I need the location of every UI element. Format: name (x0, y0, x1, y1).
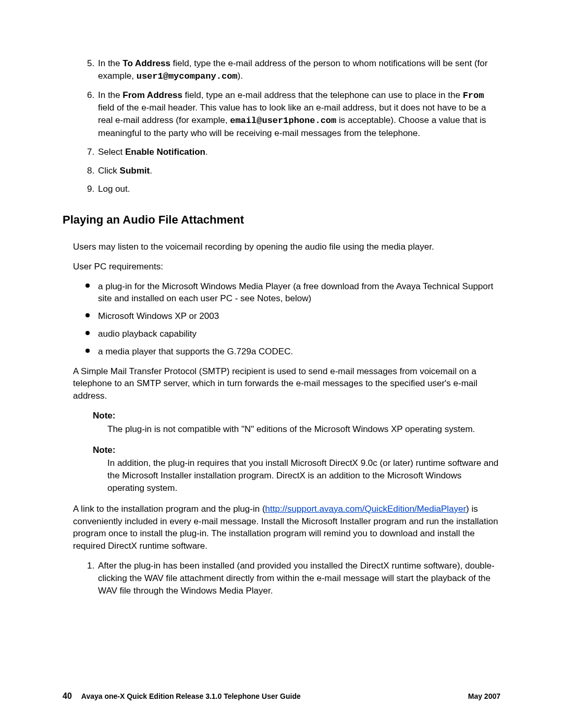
requirement-item: a media player that supports the G.729a … (83, 346, 500, 358)
requirement-item: Microsoft Windows XP or 2003 (83, 310, 500, 323)
step-item: In the From Address field, type an e-mai… (97, 89, 500, 140)
requirements-list: a plug-in for the Microsoft Windows Medi… (83, 280, 500, 358)
note-body: The plug-in is not compatible with "N" e… (107, 423, 500, 436)
page-footer: 40 Avaya one-X Quick Edition Release 3.1… (63, 690, 500, 702)
intro-paragraph: Users may listen to the voicemail record… (73, 241, 500, 253)
steps-list-second: After the plug-in has been installed (an… (79, 560, 500, 597)
step-item: After the plug-in has been installed (an… (97, 560, 500, 597)
step-item: Click Submit. (97, 165, 500, 177)
install-link-paragraph: A link to the installation program and t… (73, 503, 500, 552)
note-label: Note: (93, 410, 500, 422)
smtp-paragraph: A Simple Mail Transfer Protocol (SMTP) r… (73, 365, 500, 402)
note-block-1: Note: The plug-in is not compatible with… (93, 410, 500, 436)
section-heading: Playing an Audio File Attachment (63, 212, 500, 228)
requirement-item: audio playback capability (83, 328, 500, 340)
step-item: Log out. (97, 183, 500, 195)
note-block-2: Note: In addition, the plug-in requires … (93, 444, 500, 495)
note-body: In addition, the plug-in requires that y… (107, 457, 500, 494)
link-prefix-text: A link to the installation program and t… (73, 504, 265, 514)
media-player-link[interactable]: http://support.avaya.com/QuickEdition/Me… (265, 504, 467, 514)
footer-date: May 2007 (468, 692, 500, 702)
note-label: Note: (93, 444, 500, 456)
requirements-label: User PC requirements: (73, 261, 500, 273)
step-item: Select Enable Notification. (97, 146, 500, 158)
steps-list-first: In the To Address field, type the e-mail… (79, 57, 500, 195)
footer-page-number: 40 (63, 690, 72, 702)
requirement-item: a plug-in for the Microsoft Windows Medi… (83, 280, 500, 305)
footer-document-title: Avaya one-X Quick Edition Release 3.1.0 … (81, 692, 301, 702)
step-item: In the To Address field, type the e-mail… (97, 57, 500, 83)
